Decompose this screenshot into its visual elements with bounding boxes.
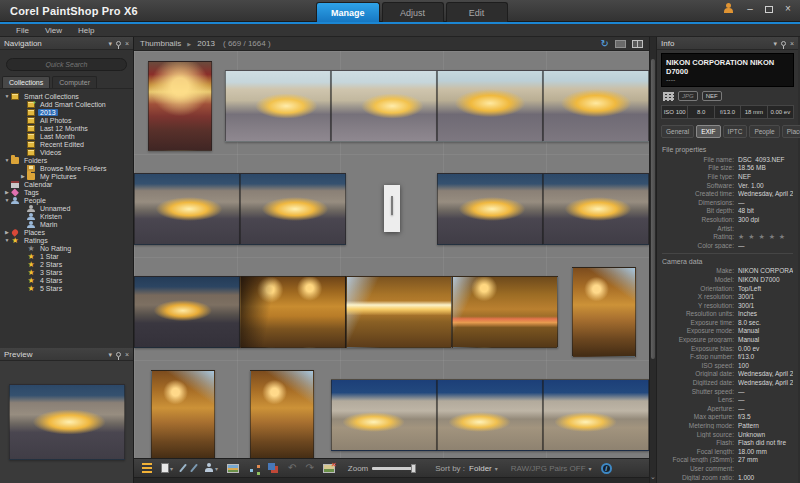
photo-thumbnail[interactable] xyxy=(331,379,437,451)
photo-thumbnail[interactable] xyxy=(572,267,636,357)
tab-computer[interactable]: Computer xyxy=(52,76,97,88)
photo-thumbnail[interactable] xyxy=(391,196,393,215)
tab-general[interactable]: General xyxy=(661,125,694,138)
pin-icon[interactable] xyxy=(116,352,121,357)
photo-thumbnail[interactable] xyxy=(543,379,649,451)
tree-item-all-photos[interactable]: All Photos xyxy=(0,116,133,124)
tree-item-5-stars[interactable]: ★5 Stars xyxy=(0,284,133,292)
photo-thumbnail[interactable] xyxy=(225,70,331,142)
photo-thumbnail[interactable] xyxy=(134,173,240,245)
photo-thumbnail[interactable] xyxy=(240,173,346,245)
tree-item-no-rating[interactable]: ★No Rating xyxy=(0,244,133,252)
chevron-down-icon[interactable]: ▾ xyxy=(773,40,777,47)
tab-people[interactable]: People xyxy=(749,125,779,138)
delete-photo-button[interactable] xyxy=(321,463,337,474)
raw-jpg-pairs-dropdown[interactable]: RAW/JPG Pairs OFF ▾ xyxy=(511,464,592,473)
tree-item-places[interactable]: ▶Places xyxy=(0,228,133,236)
menu-view[interactable]: View xyxy=(37,26,70,35)
zoom-slider-thumb[interactable] xyxy=(411,464,416,473)
info-help-button[interactable]: i xyxy=(601,463,612,474)
scroll-down-icon[interactable]: ⌄ xyxy=(650,471,656,483)
tree-item-recent-edited[interactable]: Recent Edited xyxy=(0,140,133,148)
tab-iptc[interactable]: IPTC xyxy=(723,125,748,138)
tree-item-2013[interactable]: 2013 xyxy=(0,108,133,116)
edit-palette-button[interactable] xyxy=(266,462,281,474)
menu-file[interactable]: File xyxy=(8,26,37,35)
tree-item-last-12-months[interactable]: Last 12 Months xyxy=(0,124,133,132)
expander-icon[interactable]: ▼ xyxy=(4,197,10,203)
close-button[interactable]: × xyxy=(782,4,794,14)
tree-item-smart-collections[interactable]: ▼Smart Collections xyxy=(0,92,133,100)
organizer-menu-button[interactable] xyxy=(140,462,154,474)
photo-thumbnail[interactable] xyxy=(346,276,452,348)
tab-adjust[interactable]: Adjust xyxy=(382,2,444,22)
share-account-icon[interactable] xyxy=(723,3,735,14)
menu-help[interactable]: Help xyxy=(70,26,102,35)
tree-item-3-stars[interactable]: ★3 Stars xyxy=(0,268,133,276)
tree-item-4-stars[interactable]: ★4 Stars xyxy=(0,276,133,284)
expander-icon[interactable]: ▶ xyxy=(4,229,10,235)
tree-item-calendar[interactable]: Calendar xyxy=(0,180,133,188)
tree-item-people[interactable]: ▼People xyxy=(0,196,133,204)
restore-button[interactable] xyxy=(765,6,773,13)
expander-icon[interactable]: ▼ xyxy=(4,93,10,99)
photo-thumbnail[interactable] xyxy=(331,70,437,142)
file-options-button[interactable]: ▾ xyxy=(159,462,175,474)
rotate-left-button[interactable]: ↶ xyxy=(286,462,298,474)
tree-item-add-smart-collection[interactable]: Add Smart Collection xyxy=(0,100,133,108)
email-share-button[interactable] xyxy=(225,463,241,474)
sync-icon[interactable]: ↻ xyxy=(601,39,609,49)
tree-item-unnamed[interactable]: Unnamed xyxy=(0,204,133,212)
close-icon[interactable]: × xyxy=(125,351,129,358)
tab-collections[interactable]: Collections xyxy=(2,76,50,88)
share-button[interactable] xyxy=(246,464,261,473)
photo-thumbnail[interactable] xyxy=(240,276,346,348)
tab-edit[interactable]: Edit xyxy=(446,2,508,22)
close-icon[interactable]: × xyxy=(125,40,129,47)
tree-item-videos[interactable]: Videos xyxy=(0,148,133,156)
selected-photo-card[interactable] xyxy=(384,185,400,232)
batch-edit-button[interactable] xyxy=(191,462,197,474)
tree-item-2-stars[interactable]: ★2 Stars xyxy=(0,260,133,268)
close-icon[interactable]: × xyxy=(790,40,794,47)
photo-thumbnail[interactable] xyxy=(437,70,543,142)
expander-icon[interactable]: ▼ xyxy=(4,237,10,243)
photo-thumbnail[interactable] xyxy=(148,61,212,151)
tab-exif[interactable]: EXIF xyxy=(696,125,720,138)
pin-icon[interactable] xyxy=(781,41,786,46)
quick-search-input[interactable] xyxy=(6,58,127,71)
photo-thumbnail[interactable] xyxy=(543,173,649,245)
breadcrumb-root[interactable]: Thumbnails xyxy=(140,39,181,48)
thumbnail-mode-icon[interactable] xyxy=(632,40,643,48)
rotate-right-button[interactable]: ↷ xyxy=(303,462,315,474)
photo-thumbnail[interactable] xyxy=(452,276,558,348)
expander-icon[interactable]: ▶ xyxy=(20,173,26,179)
tree-item-ratings[interactable]: ▼★Ratings xyxy=(0,236,133,244)
tree-item-marin[interactable]: Marin xyxy=(0,220,133,228)
tree-item-folders[interactable]: ▼Folders xyxy=(0,156,133,164)
tree-item-my-pictures[interactable]: ▶My Pictures xyxy=(0,172,133,180)
chevron-down-icon[interactable]: ▾ xyxy=(108,351,112,358)
photo-thumbnail[interactable] xyxy=(437,173,543,245)
chevron-down-icon[interactable]: ▾ xyxy=(108,40,112,47)
tab-places[interactable]: Places xyxy=(782,125,800,138)
scrollbar-thumb[interactable] xyxy=(651,59,655,359)
photo-thumbnail[interactable] xyxy=(437,379,543,451)
pin-icon[interactable] xyxy=(116,41,121,46)
grid-scrollbar[interactable]: ⌄ xyxy=(649,37,657,483)
expander-icon[interactable]: ▶ xyxy=(4,189,10,195)
photo-thumbnail[interactable] xyxy=(151,370,215,459)
breadcrumb-folder[interactable]: 2013 xyxy=(197,39,215,48)
tree-item-tags[interactable]: ▶Tags xyxy=(0,188,133,196)
photo-thumbnail[interactable] xyxy=(250,370,314,459)
people-tag-button[interactable]: ▾ xyxy=(202,462,220,474)
preview-mode-icon[interactable] xyxy=(615,40,626,48)
expander-icon[interactable]: ▼ xyxy=(4,157,10,163)
tree-item-kristen[interactable]: Kristen xyxy=(0,212,133,220)
tree-item-last-month[interactable]: Last Month xyxy=(0,132,133,140)
quick-review-button[interactable] xyxy=(180,462,186,474)
zoom-slider[interactable] xyxy=(372,467,416,470)
minimize-button[interactable]: – xyxy=(744,4,756,14)
sort-by-dropdown[interactable]: Folder ▾ xyxy=(469,464,498,473)
tree-item-1-star[interactable]: ★1 Star xyxy=(0,252,133,260)
